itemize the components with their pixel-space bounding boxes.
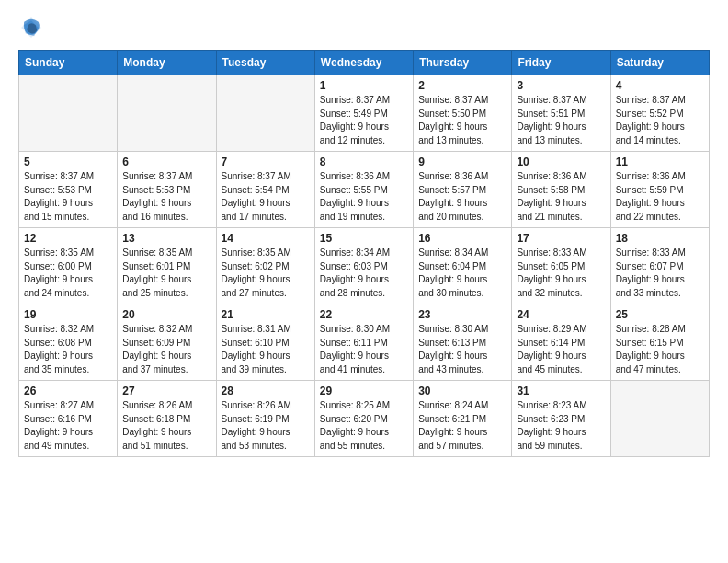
day-info: Sunrise: 8:23 AM Sunset: 6:23 PM Dayligh… [517,399,605,453]
weekday-header-row: SundayMondayTuesdayWednesdayThursdayFrid… [19,51,710,75]
day-number: 20 [122,308,210,321]
day-info: Sunrise: 8:32 AM Sunset: 6:09 PM Dayligh… [122,323,210,376]
day-info: Sunrise: 8:37 AM Sunset: 5:51 PM Dayligh… [517,94,605,147]
calendar-cell: 21Sunrise: 8:31 AM Sunset: 6:10 PM Dayli… [216,304,314,381]
day-info: Sunrise: 8:34 AM Sunset: 6:03 PM Dayligh… [320,247,408,300]
day-number: 30 [418,385,506,397]
week-row-1: 5Sunrise: 8:37 AM Sunset: 5:53 PM Daylig… [19,152,710,228]
weekday-header-tuesday: Tuesday [216,51,314,75]
calendar-cell: 12Sunrise: 8:35 AM Sunset: 6:00 PM Dayli… [19,228,118,304]
day-number: 22 [320,308,408,321]
week-row-3: 19Sunrise: 8:32 AM Sunset: 6:08 PM Dayli… [19,304,710,381]
day-number: 24 [517,308,605,321]
day-number: 16 [418,232,506,245]
day-number: 25 [616,308,704,321]
day-info: Sunrise: 8:33 AM Sunset: 6:05 PM Dayligh… [517,247,605,300]
day-number: 3 [517,79,605,92]
day-number: 31 [517,385,605,397]
day-number: 8 [320,155,408,168]
day-info: Sunrise: 8:35 AM Sunset: 6:00 PM Dayligh… [24,247,112,300]
day-info: Sunrise: 8:35 AM Sunset: 6:01 PM Dayligh… [122,247,210,300]
day-info: Sunrise: 8:29 AM Sunset: 6:14 PM Dayligh… [517,323,605,376]
day-info: Sunrise: 8:37 AM Sunset: 5:49 PM Dayligh… [320,94,408,147]
calendar-cell: 29Sunrise: 8:25 AM Sunset: 6:20 PM Dayli… [314,381,413,457]
week-row-4: 26Sunrise: 8:27 AM Sunset: 6:16 PM Dayli… [19,381,710,457]
weekday-header-monday: Monday [118,51,216,75]
day-number: 10 [517,155,605,168]
day-info: Sunrise: 8:36 AM Sunset: 5:55 PM Dayligh… [320,170,408,224]
calendar-cell: 1Sunrise: 8:37 AM Sunset: 5:49 PM Daylig… [314,75,413,152]
calendar-cell: 2Sunrise: 8:37 AM Sunset: 5:50 PM Daylig… [414,75,512,152]
calendar-cell: 31Sunrise: 8:23 AM Sunset: 6:23 PM Dayli… [512,381,610,457]
header [18,15,710,40]
logo-icon [18,15,44,40]
day-info: Sunrise: 8:37 AM Sunset: 5:53 PM Dayligh… [24,170,112,224]
day-info: Sunrise: 8:37 AM Sunset: 5:54 PM Dayligh… [222,170,310,224]
day-number: 19 [24,308,112,321]
day-info: Sunrise: 8:26 AM Sunset: 6:18 PM Dayligh… [122,399,210,453]
day-number: 14 [222,232,310,245]
day-number: 23 [418,308,506,321]
calendar-cell: 30Sunrise: 8:24 AM Sunset: 6:21 PM Dayli… [414,381,512,457]
day-number: 21 [222,308,310,321]
day-number: 27 [122,385,210,397]
weekday-header-saturday: Saturday [610,51,709,75]
calendar-cell: 22Sunrise: 8:30 AM Sunset: 6:11 PM Dayli… [314,304,413,381]
calendar-cell: 17Sunrise: 8:33 AM Sunset: 6:05 PM Dayli… [512,228,610,304]
calendar-cell: 25Sunrise: 8:28 AM Sunset: 6:15 PM Dayli… [610,304,709,381]
calendar-cell [216,75,314,152]
day-number: 18 [616,232,704,245]
calendar-cell: 10Sunrise: 8:36 AM Sunset: 5:58 PM Dayli… [512,152,610,228]
day-info: Sunrise: 8:30 AM Sunset: 6:13 PM Dayligh… [418,323,506,376]
weekday-header-friday: Friday [512,51,610,75]
day-number: 15 [320,232,408,245]
week-row-0: 1Sunrise: 8:37 AM Sunset: 5:49 PM Daylig… [19,75,710,152]
day-info: Sunrise: 8:25 AM Sunset: 6:20 PM Dayligh… [320,399,408,453]
calendar-cell: 5Sunrise: 8:37 AM Sunset: 5:53 PM Daylig… [19,152,118,228]
calendar-cell: 9Sunrise: 8:36 AM Sunset: 5:57 PM Daylig… [414,152,512,228]
day-info: Sunrise: 8:36 AM Sunset: 5:57 PM Dayligh… [418,170,506,224]
day-info: Sunrise: 8:37 AM Sunset: 5:52 PM Dayligh… [616,94,704,147]
calendar-cell: 8Sunrise: 8:36 AM Sunset: 5:55 PM Daylig… [314,152,413,228]
day-number: 11 [616,155,704,168]
day-info: Sunrise: 8:36 AM Sunset: 5:59 PM Dayligh… [616,170,704,224]
day-number: 29 [320,385,408,397]
day-info: Sunrise: 8:31 AM Sunset: 6:10 PM Dayligh… [222,323,310,376]
calendar-cell: 15Sunrise: 8:34 AM Sunset: 6:03 PM Dayli… [314,228,413,304]
calendar-cell: 27Sunrise: 8:26 AM Sunset: 6:18 PM Dayli… [118,381,216,457]
day-number: 1 [320,79,408,92]
day-info: Sunrise: 8:35 AM Sunset: 6:02 PM Dayligh… [222,247,310,300]
day-info: Sunrise: 8:37 AM Sunset: 5:50 PM Dayligh… [418,94,506,147]
day-number: 28 [222,385,310,397]
calendar-cell: 26Sunrise: 8:27 AM Sunset: 6:16 PM Dayli… [19,381,118,457]
day-info: Sunrise: 8:26 AM Sunset: 6:19 PM Dayligh… [222,399,310,453]
calendar-cell: 6Sunrise: 8:37 AM Sunset: 5:53 PM Daylig… [118,152,216,228]
weekday-header-thursday: Thursday [414,51,512,75]
calendar-cell: 18Sunrise: 8:33 AM Sunset: 6:07 PM Dayli… [610,228,709,304]
calendar-cell: 16Sunrise: 8:34 AM Sunset: 6:04 PM Dayli… [414,228,512,304]
day-number: 5 [24,155,112,168]
day-info: Sunrise: 8:24 AM Sunset: 6:21 PM Dayligh… [418,399,506,453]
calendar-cell: 4Sunrise: 8:37 AM Sunset: 5:52 PM Daylig… [610,75,709,152]
day-info: Sunrise: 8:36 AM Sunset: 5:58 PM Dayligh… [517,170,605,224]
day-info: Sunrise: 8:37 AM Sunset: 5:53 PM Dayligh… [122,170,210,224]
week-row-2: 12Sunrise: 8:35 AM Sunset: 6:00 PM Dayli… [19,228,710,304]
page: SundayMondayTuesdayWednesdayThursdayFrid… [0,0,728,472]
day-number: 2 [418,79,506,92]
calendar-cell: 11Sunrise: 8:36 AM Sunset: 5:59 PM Dayli… [610,152,709,228]
day-info: Sunrise: 8:28 AM Sunset: 6:15 PM Dayligh… [616,323,704,376]
calendar-cell: 7Sunrise: 8:37 AM Sunset: 5:54 PM Daylig… [216,152,314,228]
weekday-header-sunday: Sunday [19,51,118,75]
day-info: Sunrise: 8:33 AM Sunset: 6:07 PM Dayligh… [616,247,704,300]
day-info: Sunrise: 8:27 AM Sunset: 6:16 PM Dayligh… [24,399,112,453]
day-number: 12 [24,232,112,245]
calendar-cell: 3Sunrise: 8:37 AM Sunset: 5:51 PM Daylig… [512,75,610,152]
day-number: 4 [616,79,704,92]
day-number: 6 [122,155,210,168]
day-info: Sunrise: 8:30 AM Sunset: 6:11 PM Dayligh… [320,323,408,376]
calendar-table: SundayMondayTuesdayWednesdayThursdayFrid… [18,50,710,457]
day-info: Sunrise: 8:34 AM Sunset: 6:04 PM Dayligh… [418,247,506,300]
weekday-header-wednesday: Wednesday [314,51,413,75]
calendar-cell: 28Sunrise: 8:26 AM Sunset: 6:19 PM Dayli… [216,381,314,457]
calendar-cell [610,381,709,457]
